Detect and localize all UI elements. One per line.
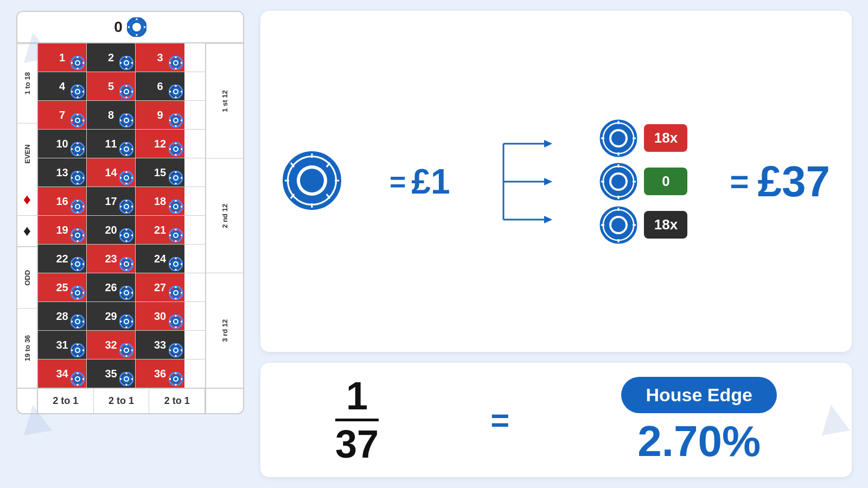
side-labels-left: 1 to 18 EVEN ♦ ♦ ODD 19 to 36	[17, 43, 38, 388]
svg-point-138	[125, 205, 128, 208]
result-amount: £37	[757, 157, 829, 207]
svg-point-2	[132, 23, 141, 31]
cell-12: 12	[136, 130, 184, 158]
label-1st12: 1 st 12	[206, 43, 243, 158]
svg-point-178	[76, 262, 79, 266]
number-chip-16	[71, 200, 85, 214]
svg-point-333	[611, 218, 626, 232]
number-chip-20	[119, 228, 133, 242]
outcome-green: 0	[599, 163, 687, 201]
svg-point-58	[76, 119, 79, 122]
cell-4: 4	[38, 72, 87, 100]
cell-1: 1	[38, 43, 87, 72]
number-row-10: 31 32 33	[38, 331, 205, 359]
cell-7: 7	[38, 101, 87, 129]
svg-point-162	[125, 234, 128, 237]
svg-point-26	[174, 61, 177, 65]
number-chip-7	[71, 113, 85, 127]
cell-24: 24	[136, 245, 184, 273]
number-chip-29	[119, 314, 133, 329]
number-chip-33	[169, 343, 183, 357]
number-chip-13	[71, 171, 85, 185]
cell-17: 17	[87, 187, 136, 215]
number-chip-12	[169, 142, 183, 156]
cell-13: 13	[38, 158, 87, 187]
cell-34: 34	[38, 359, 87, 388]
house-edge-right: House Edge 2.70%	[621, 377, 776, 463]
cell-36: 36	[136, 359, 184, 388]
chip-value: = £1	[384, 162, 450, 202]
svg-marker-313	[544, 216, 552, 223]
label-2nd12: 2 nd 12	[206, 158, 243, 273]
cell-30: 30	[136, 302, 184, 330]
cell-18: 18	[136, 187, 184, 215]
number-chip-24	[169, 257, 183, 271]
svg-point-154	[76, 234, 79, 237]
svg-point-194	[174, 262, 177, 266]
side-labels-right: 1 st 12 2 nd 12 3 rd 12	[205, 43, 243, 388]
large-chip-svg	[282, 151, 342, 210]
number-row-9: 28 29 30	[38, 302, 205, 331]
number-chip-27	[169, 286, 183, 300]
cell-8: 8	[87, 101, 136, 129]
number-row-3: 10 11 12	[38, 130, 205, 158]
cell-25: 25	[38, 273, 87, 301]
badge-green-0: 0	[644, 168, 687, 195]
number-chip-32	[119, 343, 133, 357]
svg-marker-309	[544, 140, 552, 147]
cell-11: 11	[87, 130, 136, 158]
cell-6: 6	[136, 72, 184, 100]
svg-point-122	[174, 176, 177, 179]
label-19to36: 19 to 36	[17, 308, 37, 388]
cell-32: 32	[87, 331, 136, 359]
number-chip-5	[119, 85, 133, 99]
roulette-table: 0 1 to 18	[16, 11, 244, 414]
number-row-5: 16 17 18	[38, 187, 205, 216]
svg-point-325	[611, 175, 626, 189]
fraction-numerator: 1	[346, 376, 368, 415]
number-chip-3	[169, 56, 183, 70]
svg-marker-311	[544, 178, 552, 185]
svg-point-146	[174, 205, 177, 208]
number-chip-25	[71, 286, 85, 300]
svg-point-66	[125, 119, 128, 122]
fraction-equals: =	[490, 401, 509, 439]
number-chip-17	[119, 200, 133, 214]
label-even: EVEN	[17, 123, 37, 184]
cell-15: 15	[136, 158, 184, 187]
svg-point-298	[300, 169, 324, 192]
cell-9: 9	[136, 101, 184, 129]
outcome-dark: 18x	[599, 206, 687, 244]
numbers-grid: 1 2 3	[38, 43, 205, 388]
roulette-section: 0 1 to 18	[16, 11, 244, 477]
number-row-7: 22 23 24	[38, 245, 205, 273]
number-row-6: 19 20 21	[38, 216, 205, 245]
number-row-4: 13 14 15	[38, 158, 205, 187]
number-chip-19	[71, 228, 85, 242]
cell-20: 20	[87, 216, 136, 244]
svg-point-186	[125, 262, 128, 266]
number-chip-26	[119, 286, 133, 300]
cell-10: 10	[38, 130, 87, 158]
label-red-diamond: ♦	[17, 184, 37, 215]
zero-cell: 0	[17, 12, 243, 43]
svg-point-98	[174, 147, 177, 151]
number-chip-8	[119, 113, 133, 127]
diagram-box: = £1	[260, 11, 852, 352]
cell-29: 29	[87, 302, 136, 330]
number-chip-36	[169, 372, 183, 386]
cell-19: 19	[38, 216, 87, 244]
number-row-8: 25 26 27	[38, 273, 205, 302]
house-edge-percentage: 2.70%	[637, 420, 761, 463]
svg-point-202	[76, 291, 79, 294]
zero-chip	[127, 17, 146, 37]
svg-point-114	[125, 176, 128, 179]
svg-point-170	[174, 234, 177, 237]
svg-point-274	[76, 377, 79, 381]
number-chip-4	[71, 85, 85, 99]
table-body: 1 to 18 EVEN ♦ ♦ ODD 19 to 36 1	[17, 43, 243, 388]
number-chip-30	[169, 314, 183, 329]
label-black-diamond: ♦	[17, 216, 37, 247]
cell-23: 23	[87, 245, 136, 273]
right-panel: = £1	[260, 11, 852, 477]
